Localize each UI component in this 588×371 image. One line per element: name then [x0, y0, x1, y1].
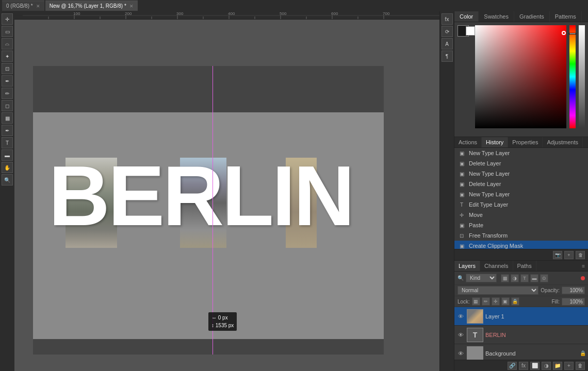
layer-style-btn[interactable]: fx — [519, 362, 528, 370]
history-item-icon-4: ▣ — [458, 190, 466, 198]
history-panel: Actions History Properties Adjustments ▣… — [454, 137, 588, 261]
type-tool-right[interactable]: A — [442, 38, 453, 49]
layer-item-berlin[interactable]: 👁 T BERLIN — [454, 326, 588, 344]
main-layout: ✛ ▭ ⌓ ✦ ⊡ ✒ ✏ ◻ ▦ ✒ T ▬ ✋ 🔍 — [0, 11, 588, 371]
lasso-tool[interactable]: ⌓ — [2, 38, 13, 49]
layers-search-row: 🔍 Kind ▩ ◑ T ▬ ⊙ — [454, 272, 588, 285]
tab-properties[interactable]: Properties — [508, 137, 543, 147]
crop-tool[interactable]: ⊡ — [2, 63, 13, 74]
tab-2-close[interactable]: ✕ — [129, 4, 134, 9]
layer1-name: Layer 1 — [485, 313, 586, 319]
layer-item-layer1[interactable]: 👁 Layer 1 — [454, 307, 588, 326]
magic-wand-tool[interactable]: ✦ — [2, 50, 13, 62]
history-item-0[interactable]: ▣ New Type Layer — [454, 148, 588, 158]
history-item-7[interactable]: ▣ Paste — [454, 220, 588, 230]
history-item-label-1: Delete Layer — [469, 160, 501, 166]
fill-label: Fill: — [551, 299, 560, 305]
hand-tool[interactable]: ✋ — [2, 162, 13, 173]
search-icon: 🔍 — [458, 275, 464, 281]
history-item-4[interactable]: ▣ New Type Layer — [454, 189, 588, 199]
canvas-background: BERLIN ↔ 0 px ↕ 1535 px — [23, 20, 439, 363]
lock-position-btn[interactable]: ✛ — [492, 297, 500, 306]
layer-group-btn[interactable]: 📁 — [553, 362, 562, 370]
tab-patterns[interactable]: Patterns — [550, 11, 582, 22]
tab-1[interactable]: 0 (RGB/8) * ✕ — [2, 1, 44, 11]
tab-paths[interactable]: Paths — [513, 261, 536, 271]
layers-kind-select[interactable]: Kind — [466, 274, 497, 282]
history-item-icon-0: ▣ — [458, 149, 466, 157]
history-delete-btn[interactable]: 🗑 — [576, 251, 585, 259]
canvas-area[interactable]: 100 200 300 400 500 600 700 — [14, 11, 439, 371]
history-item-2[interactable]: ▣ New Type Layer — [454, 168, 588, 179]
history-item-icon-6: ✛ — [458, 211, 466, 219]
lock-all-btn[interactable]: 🔒 — [511, 297, 519, 306]
tab-actions[interactable]: Actions — [454, 137, 482, 147]
tab-2[interactable]: New @ 16,7% (Layer 1, RGB/8) * ✕ — [45, 1, 138, 11]
move-tool[interactable]: ✛ — [2, 13, 13, 25]
eyedropper-tool[interactable]: ✒ — [2, 75, 13, 87]
canvas-dark-bottom — [33, 339, 384, 355]
tab-bar: 0 (RGB/8) * ✕ New @ 16,7% (Layer 1, RGB/… — [0, 0, 588, 11]
color-gradient-picker[interactable] — [475, 25, 566, 128]
shape-tool[interactable]: ▬ — [2, 149, 13, 161]
filter-shape-icon[interactable]: ▬ — [530, 274, 538, 282]
tab-swatches[interactable]: Swatches — [479, 11, 514, 22]
history-new-snapshot-btn[interactable]: 📷 — [553, 251, 562, 259]
layer1-visibility[interactable]: 👁 — [456, 312, 465, 321]
tab-gradients[interactable]: Gradients — [514, 11, 550, 22]
history-item-9[interactable]: ▣ Create Clipping Mask — [454, 241, 588, 249]
history-item-3[interactable]: ▣ Delete Layer — [454, 179, 588, 189]
canvas-scroll[interactable]: 100 200 300 400 500 B — [23, 20, 439, 363]
history-create-new-btn[interactable]: + — [564, 251, 574, 259]
type-tool-left[interactable]: T — [2, 137, 13, 148]
fill-input[interactable] — [562, 298, 585, 306]
tab-1-close[interactable]: ✕ — [36, 4, 40, 9]
blend-mode-select[interactable]: Normal — [458, 286, 538, 295]
background-color-swatch[interactable] — [466, 26, 475, 36]
berlin-visibility[interactable]: 👁 — [456, 331, 465, 339]
tab-adjustments[interactable]: Adjustments — [543, 137, 583, 147]
history-item-8[interactable]: ⊡ Free Transform — [454, 230, 588, 241]
history-item-icon-7: ▣ — [458, 221, 466, 229]
select-tool[interactable]: ▭ — [2, 26, 13, 37]
layer-mask-btn[interactable]: ⬜ — [530, 362, 540, 370]
filter-smart-icon[interactable]: ⊙ — [540, 274, 548, 282]
brush-tool[interactable]: ✏ — [2, 88, 13, 99]
history-item-1[interactable]: ▣ Delete Layer — [454, 158, 588, 168]
tab-color[interactable]: Color — [454, 11, 479, 22]
fx-button[interactable]: fx — [442, 13, 453, 25]
tab-1-label: 0 (RGB/8) * — [6, 3, 33, 9]
history-item-6[interactable]: ✛ Move — [454, 210, 588, 220]
gradient-tool[interactable]: ▦ — [2, 112, 13, 124]
eraser-tool[interactable]: ◻ — [2, 100, 13, 111]
alpha-slider[interactable] — [579, 25, 585, 128]
hue-slider[interactable] — [569, 25, 576, 128]
layer-new-btn[interactable]: + — [564, 362, 574, 370]
tab-channels[interactable]: Channels — [480, 261, 513, 271]
lock-label: Lock: — [458, 299, 470, 305]
opacity-input[interactable] — [562, 286, 585, 294]
layer-link-btn[interactable]: 🔗 — [508, 362, 517, 370]
svg-text:400: 400 — [228, 11, 235, 16]
filter-adjust-icon[interactable]: ◑ — [511, 274, 519, 282]
layer-adjustment-btn[interactable]: ◑ — [542, 362, 551, 370]
history-item-5[interactable]: T Edit Type Layer — [454, 199, 588, 210]
pen-tool[interactable]: ✒ — [2, 125, 13, 136]
tab-layers[interactable]: Layers — [454, 261, 480, 271]
tab-history[interactable]: History — [482, 137, 508, 147]
layer-delete-btn[interactable]: 🗑 — [576, 362, 585, 370]
ruler-horizontal: 100 200 300 400 500 600 700 — [14, 11, 439, 20]
layer-item-background[interactable]: 👁 Background 🔒 — [454, 344, 588, 360]
layers-panel-menu[interactable]: ≡ — [579, 263, 588, 269]
canvas-document[interactable]: BERLIN — [33, 66, 384, 355]
paragraph-tool[interactable]: ¶ — [442, 50, 453, 62]
zoom-tool[interactable]: 🔍 — [2, 174, 13, 185]
opacity-label: Opacity: — [541, 288, 560, 293]
filter-pixel-icon[interactable]: ▩ — [501, 274, 509, 282]
filter-type-icon[interactable]: T — [520, 274, 529, 282]
history-brush-btn[interactable]: ⟳ — [442, 26, 453, 37]
background-visibility[interactable]: 👁 — [456, 349, 465, 358]
lock-transparent-btn[interactable]: ▦ — [472, 297, 480, 306]
lock-artboard-btn[interactable]: ▣ — [501, 297, 510, 306]
lock-image-btn[interactable]: ✏ — [482, 297, 490, 306]
